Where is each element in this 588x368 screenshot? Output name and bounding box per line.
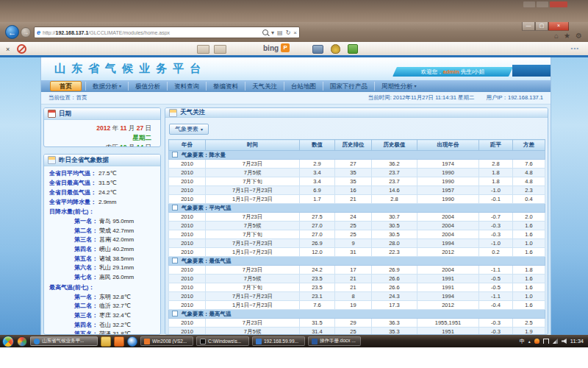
- blocker-icon[interactable]: [17, 44, 26, 54]
- expand-checkbox[interactable]: [172, 311, 178, 316]
- yesterday-panel-title: 昨日全省气象数据: [59, 156, 109, 165]
- element-filter-button[interactable]: 气象要素 ▾: [169, 124, 209, 135]
- nav-item-7[interactable]: 国家下行产品: [323, 82, 374, 91]
- nav-item-2[interactable]: 极值分析: [128, 82, 167, 91]
- table-cell: 2.0: [513, 213, 545, 222]
- expand-checkbox[interactable]: [172, 152, 178, 158]
- addon-close-icon[interactable]: ×: [6, 46, 10, 53]
- nav-item-1[interactable]: 数据分析▾: [85, 82, 128, 91]
- action-center-icon[interactable]: [543, 339, 549, 344]
- calendar-panel-title: 日期: [59, 110, 71, 118]
- column-header[interactable]: 方差: [513, 140, 545, 151]
- column-header[interactable]: 历史极值: [372, 140, 417, 151]
- chevron-down-icon: ▾: [119, 82, 121, 91]
- group-header-row: 气象要素：降水量: [169, 151, 545, 160]
- column-header[interactable]: 距平: [479, 140, 513, 151]
- column-header[interactable]: 出现年份: [417, 140, 479, 151]
- taskbar-button-0[interactable]: 山东省气候业务平...: [30, 336, 98, 346]
- taskbar-button-label: 操作手册.docx ...: [320, 338, 356, 344]
- nav-item-4[interactable]: 整编资料: [206, 82, 245, 91]
- nav-item-6[interactable]: 台站地图: [284, 82, 323, 91]
- puzzle-icon[interactable]: [348, 44, 358, 54]
- forward-button[interactable]: →: [21, 27, 31, 38]
- url-text[interactable]: http://192.168.137.1/GLCCLIMATE/modules/…: [43, 30, 262, 35]
- star-icon[interactable]: ★: [564, 32, 570, 40]
- minimize-button[interactable]: —: [522, 22, 535, 31]
- camera-icon[interactable]: [312, 45, 323, 54]
- nav-item-5[interactable]: 天气关注: [245, 82, 284, 91]
- paw-icon[interactable]: [331, 44, 340, 54]
- taskbar-button-label: 山东省气候业务平...: [42, 338, 84, 344]
- stop-icon[interactable]: ×: [293, 29, 297, 36]
- nav-item-0[interactable]: 首页: [50, 81, 82, 91]
- more-options-icon[interactable]: •••: [571, 45, 579, 52]
- maximize-button[interactable]: ▢: [535, 22, 548, 31]
- background-close-button[interactable]: [550, 1, 567, 7]
- mail-icon[interactable]: [197, 45, 209, 54]
- table-cell: 27.0: [300, 230, 335, 239]
- nav-item-3[interactable]: 资料查询: [167, 82, 206, 91]
- background-minimize-button[interactable]: [523, 1, 535, 7]
- column-header[interactable]: 历史排位: [335, 140, 372, 151]
- breadcrumb: 当前位置：首页: [49, 94, 87, 102]
- table-cell: 25: [335, 328, 372, 336]
- nav-item-8[interactable]: 周期性分析▾: [374, 82, 423, 91]
- quick-launch-icon[interactable]: [17, 336, 27, 347]
- table-cell: 1.8: [513, 266, 545, 275]
- media-player-icon[interactable]: [127, 336, 137, 347]
- table-row: 20107月23日24.21726.92004-1.11.8: [169, 266, 545, 275]
- taskbar-button-2[interactable]: C:\Windows\s...: [196, 336, 249, 346]
- input-language-indicator[interactable]: 中: [520, 338, 525, 345]
- rank-label: 第七名：: [49, 273, 98, 283]
- table-cell: 1990: [417, 195, 479, 204]
- bing-search-widget[interactable]: bing P: [263, 43, 290, 52]
- table-cell: 3.4: [300, 177, 335, 186]
- search-icon[interactable]: [262, 29, 268, 35]
- rank-value: 苍山 32.2℃: [99, 321, 131, 330]
- table-cell: 9: [335, 239, 372, 248]
- gear-icon[interactable]: ⚙: [576, 32, 582, 40]
- home-icon[interactable]: ⌂: [554, 32, 559, 40]
- table-cell: 7月23日: [206, 160, 300, 169]
- taskbar-clock[interactable]: 11:34: [570, 338, 584, 344]
- table-cell: 24.2: [300, 266, 335, 275]
- yesterday-body: 全省日平均气温：27.5℃全省日最高气温：31.5℃全省日最低气温：24.2℃全…: [44, 166, 160, 335]
- table-cell: 1月1日~7月23日: [206, 195, 300, 204]
- taskbar-button-4[interactable]: 操作手册.docx ...: [308, 336, 361, 346]
- system-tray: 中 ▴ 11:34: [520, 338, 586, 345]
- table-cell: -0.3: [479, 319, 513, 328]
- expand-checkbox[interactable]: [172, 205, 178, 210]
- chevron-down-icon[interactable]: ▾: [271, 29, 274, 36]
- volume-icon[interactable]: [562, 339, 567, 344]
- column-header[interactable]: 年份: [169, 140, 206, 151]
- app-orange-icon[interactable]: [114, 336, 124, 347]
- taskbar: 山东省气候业务平... Win2008 (VS2...C:\Windows\s.…: [0, 335, 588, 347]
- table-cell: 1.6: [513, 301, 545, 310]
- table-cell: 7月下旬: [206, 230, 300, 239]
- network-icon[interactable]: [553, 339, 558, 344]
- taskbar-button-3[interactable]: 192.168.59.99...: [252, 336, 305, 346]
- table-row: 20107月1日~7月23日23.1824.31994-1.11.0: [169, 292, 545, 301]
- taskbar-button-1[interactable]: Win2008 (VS2...: [140, 336, 193, 346]
- flame-tray-icon[interactable]: [534, 339, 539, 344]
- refresh-icon[interactable]: ↻: [286, 29, 291, 36]
- explorer-icon[interactable]: [101, 336, 111, 347]
- background-maximize-button[interactable]: [537, 1, 548, 7]
- table-row: 20101月1日~7月23日7.61917.32012-0.41.6: [169, 301, 545, 310]
- group-header-cell: 气象要素：平均气温: [169, 204, 545, 213]
- card-icon[interactable]: [214, 45, 226, 54]
- current-time: 当前时间: 2012年11月27日 11:14:31 星期二: [368, 94, 475, 102]
- column-header[interactable]: 数值: [300, 140, 335, 151]
- table-cell: 2010: [169, 292, 206, 301]
- address-bar[interactable]: e http://192.168.137.1/GLCCLIMATE/module…: [34, 26, 300, 38]
- close-button[interactable]: ×: [548, 22, 569, 31]
- back-button[interactable]: ←: [5, 25, 19, 39]
- column-header[interactable]: 时间: [206, 140, 300, 151]
- table-cell: -1.1: [479, 266, 513, 275]
- rank-line: 第四名：崂山 40.2mm: [49, 245, 157, 255]
- show-hidden-icons[interactable]: ▴: [528, 339, 531, 344]
- group-title: 气象要素：平均气温: [182, 205, 232, 211]
- start-button[interactable]: [2, 336, 14, 347]
- compatibility-view-icon[interactable]: ▤: [277, 29, 283, 36]
- expand-checkbox[interactable]: [172, 258, 178, 263]
